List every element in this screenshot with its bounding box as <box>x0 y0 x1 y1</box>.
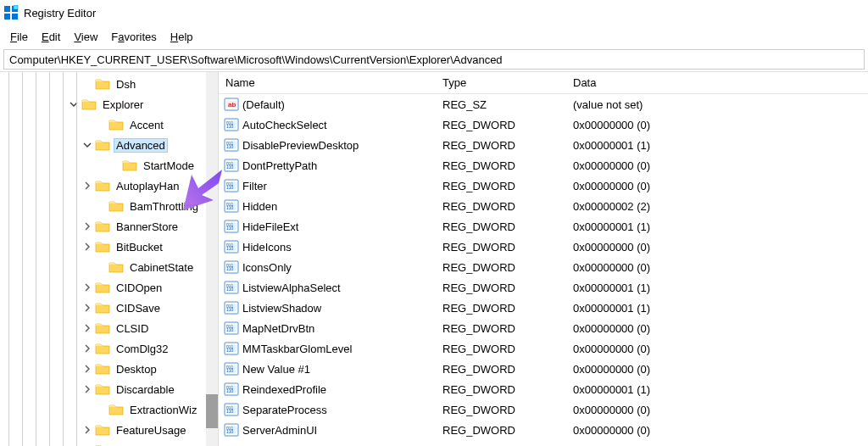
value-row[interactable]: SeparateProcessREG_DWORD0x00000000 (0) <box>219 399 868 420</box>
col-type[interactable]: Type <box>436 73 566 92</box>
value-row[interactable]: HideFileExtREG_DWORD0x00000001 (1) <box>219 216 868 237</box>
folder-icon <box>95 423 110 437</box>
value-row[interactable]: HiddenREG_DWORD0x00000002 (2) <box>219 196 868 216</box>
address-bar[interactable]: Computer\HKEY_CURRENT_USER\Software\Micr… <box>3 49 865 70</box>
col-data[interactable]: Data <box>566 73 868 92</box>
tree-item-comdlg32[interactable]: ComDlg32 <box>0 338 218 359</box>
scrollbar-thumb[interactable] <box>206 394 218 428</box>
chevron-right-icon[interactable] <box>81 424 93 436</box>
tree-item-cabinetstate[interactable]: CabinetState <box>0 257 218 277</box>
folder-icon <box>95 382 110 396</box>
chevron-right-icon[interactable] <box>81 383 93 395</box>
value-data: 0x00000001 (1) <box>566 383 868 396</box>
chevron-right-icon[interactable] <box>81 363 93 375</box>
value-data: 0x00000000 (0) <box>566 322 868 335</box>
folder-icon <box>108 260 124 274</box>
tree-item-startmode[interactable]: StartMode <box>0 155 218 176</box>
tree-item-dsh[interactable]: Dsh <box>0 74 218 94</box>
dword-value-icon <box>224 198 239 214</box>
value-type: REG_DWORD <box>436 139 566 152</box>
value-row[interactable]: New Value #1REG_DWORD0x00000000 (0) <box>219 359 868 379</box>
tree-item-accent[interactable]: Accent <box>0 114 218 135</box>
value-name: ServerAdminUI <box>242 424 317 437</box>
chevron-right-icon[interactable] <box>81 343 93 354</box>
menu-view[interactable]: View <box>67 29 104 45</box>
chevron-right-icon[interactable] <box>81 241 93 253</box>
value-name: IconsOnly <box>242 261 292 274</box>
value-name: HideIcons <box>242 241 292 254</box>
value-name: MMTaskbarGlomLevel <box>242 343 352 355</box>
dword-value-icon <box>224 300 239 315</box>
folder-icon <box>95 281 110 294</box>
dword-value-icon <box>224 219 239 234</box>
scrollbar[interactable] <box>206 72 218 446</box>
col-name[interactable]: Name <box>219 73 436 92</box>
dword-value-icon <box>224 382 239 397</box>
chevron-right-icon[interactable] <box>81 302 93 314</box>
dword-value-icon <box>224 341 239 356</box>
tree-item-cidsave[interactable]: CIDSave <box>0 298 218 318</box>
value-type: REG_DWORD <box>436 363 566 376</box>
tree-label-selected: Advanced <box>114 138 168 153</box>
value-row[interactable]: IconsOnlyREG_DWORD0x00000000 (0) <box>219 257 868 277</box>
value-row[interactable]: ServerAdminUIREG_DWORD0x00000000 (0) <box>219 420 868 440</box>
chevron-right-icon[interactable] <box>81 282 93 293</box>
folder-icon <box>95 362 110 376</box>
value-row[interactable]: MMTaskbarGlomLevelREG_DWORD0x00000000 (0… <box>219 338 868 359</box>
tree-item-bamthrottling[interactable]: BamThrottling <box>0 196 218 216</box>
values-pane[interactable]: Name Type Data (Default)REG_SZ(value not… <box>219 72 868 446</box>
value-row[interactable]: FilterREG_DWORD0x00000000 (0) <box>219 176 868 196</box>
value-row[interactable]: ReindexedProfileREG_DWORD0x00000001 (1) <box>219 379 868 399</box>
value-row[interactable]: DontPrettyPathREG_DWORD0x00000000 (0) <box>219 155 868 176</box>
value-type: REG_DWORD <box>436 424 566 437</box>
value-type: REG_DWORD <box>436 343 566 355</box>
tree-item-desktop[interactable]: Desktop <box>0 359 218 379</box>
value-row[interactable]: (Default)REG_SZ(value not set) <box>219 94 868 114</box>
chevron-down-icon[interactable] <box>68 98 80 110</box>
folder-icon <box>95 301 110 315</box>
tree-item-clsid[interactable]: CLSID <box>0 318 218 338</box>
value-type: REG_SZ <box>436 98 566 111</box>
value-type: REG_DWORD <box>436 180 566 192</box>
value-row[interactable]: ListviewShadowREG_DWORD0x00000001 (1) <box>219 298 868 318</box>
menu-edit[interactable]: Edit <box>35 29 67 45</box>
value-name: ListviewShadow <box>242 302 321 315</box>
value-type: REG_DWORD <box>436 302 566 315</box>
chevron-down-icon[interactable] <box>81 139 93 151</box>
value-type: REG_DWORD <box>436 200 566 213</box>
tree-item-extractionwiz[interactable]: ExtractionWiz <box>0 399 218 420</box>
tree-item-bannerstore[interactable]: BannerStore <box>0 216 218 237</box>
value-type: REG_DWORD <box>436 241 566 254</box>
chevron-right-icon[interactable] <box>81 322 93 334</box>
chevron-right-icon[interactable] <box>81 180 93 192</box>
tree-item-bitbucket[interactable]: BitBucket <box>0 237 218 257</box>
value-row[interactable]: MapNetDrvBtnREG_DWORD0x00000000 (0) <box>219 318 868 338</box>
value-data: 0x00000000 (0) <box>566 159 868 172</box>
value-row[interactable]: DisablePreviewDesktopREG_DWORD0x00000001… <box>219 135 868 155</box>
value-row[interactable]: AutoCheckSelectREG_DWORD0x00000000 (0) <box>219 114 868 135</box>
menu-favorites[interactable]: Favorites <box>104 29 163 45</box>
value-name: Hidden <box>242 200 277 213</box>
value-name: AutoCheckSelect <box>242 119 327 131</box>
value-data: 0x00000001 (1) <box>566 220 868 233</box>
dword-value-icon <box>224 259 239 275</box>
value-data: 0x00000000 (0) <box>566 424 868 437</box>
tree-item-explorer[interactable]: Explorer <box>0 94 218 114</box>
tree-item-autoplay[interactable]: AutoplayHan <box>0 176 218 196</box>
value-row[interactable]: ListviewAlphaSelectREG_DWORD0x00000001 (… <box>219 277 868 298</box>
value-data: 0x00000000 (0) <box>566 343 868 355</box>
value-name: MapNetDrvBtn <box>242 322 314 335</box>
dword-value-icon <box>224 117 239 132</box>
tree-pane[interactable]: Dsh Explorer Accent Advanced <box>0 72 219 446</box>
tree-item-cidopen[interactable]: CIDOpen <box>0 277 218 298</box>
value-row[interactable]: HideIconsREG_DWORD0x00000000 (0) <box>219 237 868 257</box>
value-data: 0x00000001 (1) <box>566 302 868 315</box>
tree-item-advanced[interactable]: Advanced <box>0 135 218 155</box>
menu-file[interactable]: File <box>3 29 35 45</box>
tree-item-fileexts[interactable]: FileExts <box>0 440 218 446</box>
folder-icon <box>81 98 97 111</box>
chevron-right-icon[interactable] <box>81 220 93 232</box>
tree-item-featureusage[interactable]: FeatureUsage <box>0 420 218 440</box>
menu-help[interactable]: Help <box>164 29 200 45</box>
tree-item-discardable[interactable]: Discardable <box>0 379 218 399</box>
